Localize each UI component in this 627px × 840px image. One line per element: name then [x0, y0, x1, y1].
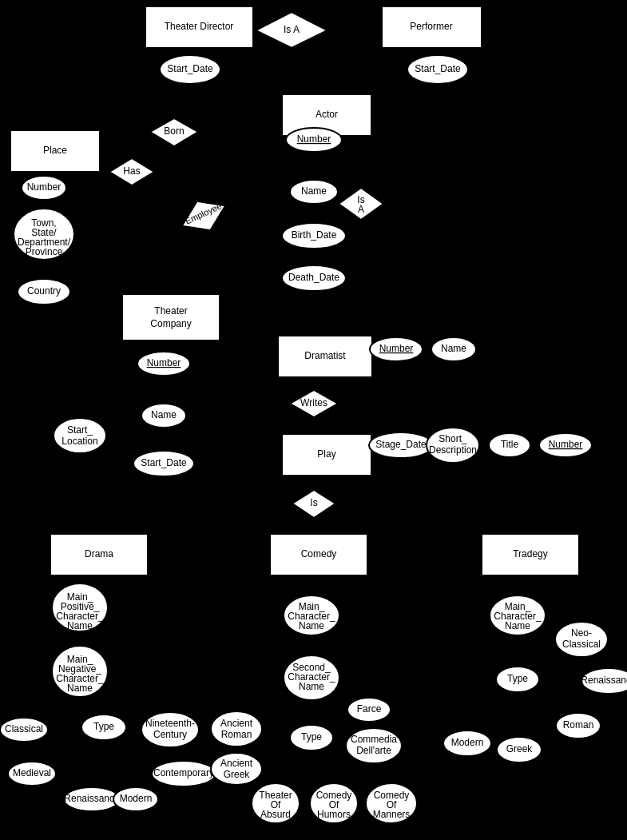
- svg-text:Absurd: Absurd: [260, 809, 291, 820]
- svg-text:Renaissance: Renaissance: [64, 793, 120, 804]
- svg-text:Contemporary: Contemporary: [153, 767, 214, 778]
- svg-text:Type: Type: [93, 721, 114, 732]
- place-label: Place: [43, 145, 67, 156]
- place-town-label4: Province: [26, 246, 63, 257]
- actor-number-label: Number: [297, 133, 331, 145]
- svg-text:Medieval: Medieval: [13, 767, 51, 778]
- dram-name-label: Name: [441, 343, 466, 354]
- actor-birth-label: Birth_Date: [292, 229, 337, 241]
- writes-label: Writes: [300, 397, 327, 408]
- svg-text:Commedia: Commedia: [351, 734, 397, 745]
- has-label: Has: [123, 165, 140, 177]
- svg-text:Farce: Farce: [357, 703, 382, 715]
- svg-text:Roman: Roman: [563, 719, 594, 731]
- svg-text:Name: Name: [299, 681, 324, 692]
- er-diagram: Theater Director Performer Is A Start_Da…: [0, 0, 627, 840]
- play-title-label: Title: [501, 439, 519, 450]
- comedy-label: Comedy: [301, 548, 337, 559]
- theater-company-label2: Company: [150, 318, 191, 329]
- performer-label: Performer: [410, 21, 452, 32]
- svg-line-22: [80, 340, 132, 422]
- tc-start-date-label: Start_Date: [141, 457, 187, 468]
- td-start-date-label: Start_Date: [167, 63, 213, 74]
- dram-number-label: Number: [379, 343, 414, 354]
- svg-text:Name: Name: [67, 620, 93, 631]
- svg-line-31: [314, 476, 323, 492]
- svg-text:Greek: Greek: [224, 769, 251, 780]
- play-number-label: Number: [549, 439, 583, 450]
- theater-company-label1: Theater: [154, 305, 187, 316]
- svg-line-2: [292, 44, 315, 96]
- drama-label: Drama: [85, 548, 113, 559]
- svg-text:Modern: Modern: [120, 793, 153, 804]
- is-label: Is: [310, 497, 317, 508]
- svg-line-16: [140, 180, 196, 208]
- actor-death-label: Death_Date: [288, 272, 339, 283]
- svg-text:Ancient: Ancient: [220, 758, 253, 769]
- tc-name-label: Name: [151, 409, 177, 420]
- svg-text:Nineteenth-: Nineteenth-: [145, 718, 195, 729]
- svg-text:Name: Name: [505, 620, 530, 631]
- place-country-label: Country: [27, 285, 61, 297]
- tc-start-location-label1: Start_: [67, 424, 93, 436]
- play-short-desc-label2: Description: [429, 444, 477, 456]
- svg-text:Classical: Classical: [5, 723, 43, 735]
- actor-name-label: Name: [301, 185, 327, 197]
- play-short-desc-label1: Short_: [439, 433, 467, 444]
- svg-text:Neo-: Neo-: [571, 627, 592, 639]
- svg-text:Humors: Humors: [317, 809, 351, 820]
- born-label: Born: [164, 125, 184, 137]
- theater-director-label: Theater Director: [165, 21, 234, 32]
- tc-start-location-label2: Location: [62, 436, 97, 447]
- theater-company-entity: [122, 294, 220, 340]
- svg-text:Greek: Greek: [506, 743, 534, 754]
- svg-text:Dell'arte: Dell'arte: [356, 745, 391, 756]
- place-number-label: Number: [27, 181, 62, 193]
- svg-text:Name: Name: [67, 683, 93, 694]
- svg-text:Renaissance: Renaissance: [581, 675, 627, 686]
- tc-number-label: Number: [147, 357, 181, 368]
- svg-text:Century: Century: [153, 729, 187, 740]
- svg-text:Type: Type: [301, 731, 322, 742]
- svg-line-18: [212, 140, 284, 212]
- perf-start-date-label: Start_Date: [415, 63, 461, 74]
- svg-text:Modern: Modern: [451, 737, 484, 748]
- tradegy-label: Tradegy: [513, 548, 548, 559]
- is-a-label-2b: A: [358, 204, 364, 215]
- svg-line-17: [184, 228, 204, 296]
- svg-text:Type: Type: [507, 673, 528, 684]
- svg-text:Ancient: Ancient: [220, 718, 253, 729]
- play-stage-date-label: Stage_Date: [375, 439, 427, 450]
- svg-line-26: [314, 416, 323, 436]
- svg-text:Manners: Manners: [373, 809, 411, 820]
- play-label: Play: [317, 448, 335, 460]
- svg-text:Classical: Classical: [562, 639, 601, 650]
- svg-line-34: [330, 512, 511, 535]
- actor-label: Actor: [315, 109, 338, 120]
- dramatist-label: Dramatist: [304, 350, 346, 361]
- svg-line-33: [314, 516, 319, 535]
- svg-text:Name: Name: [299, 620, 324, 631]
- svg-text:Roman: Roman: [221, 729, 252, 740]
- is-a-label-1: Is A: [284, 24, 300, 35]
- svg-line-32: [140, 512, 298, 535]
